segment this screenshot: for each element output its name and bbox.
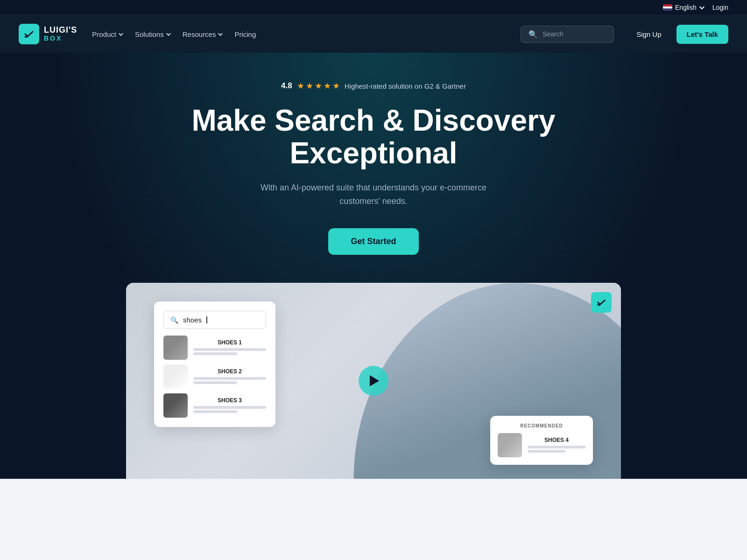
rec-bar-2	[528, 450, 565, 453]
result-bar-1b	[193, 352, 237, 355]
login-link[interactable]: Login	[712, 4, 728, 11]
nav-resources[interactable]: Resources	[183, 27, 222, 42]
rating-bar: 4.8 ★ ★ ★ ★ ★ Highest-rated solution on …	[281, 81, 466, 91]
rating-label: Highest-rated solution on G2 & Gartner	[345, 82, 466, 90]
nav-pricing[interactable]: Pricing	[234, 27, 256, 42]
logo[interactable]: LUIGI'S BOX	[19, 24, 77, 44]
result-info-3: SHOES 3	[193, 397, 266, 414]
rating-number: 4.8	[281, 81, 292, 91]
navbar: LUIGI'S BOX Product Solutions Resources …	[0, 15, 747, 53]
language-selector[interactable]: English	[663, 4, 703, 11]
result-bar-2	[193, 377, 266, 380]
search-ui-overlay: 🔍 shoes SHOES 1	[154, 301, 275, 427]
star-4: ★	[324, 81, 331, 91]
sign-up-button[interactable]: Sign Up	[629, 27, 669, 42]
demo-section: 🔍 shoes SHOES 1	[126, 283, 621, 479]
hero-subtitle: With an AI-powered suite that understand…	[252, 181, 495, 208]
recommended-thumbnail	[498, 433, 522, 457]
star-3: ★	[315, 81, 322, 91]
play-icon	[370, 375, 379, 386]
logo-box: BOX	[44, 35, 77, 42]
logo-luigi: LUIGI'S	[44, 26, 77, 35]
search-icon: 🔍	[170, 316, 178, 324]
demo-results: SHOES 1 SHOES 2	[163, 336, 266, 418]
chevron-down-icon	[166, 31, 171, 36]
recommended-label: RECOMMENDED	[498, 423, 585, 428]
chevron-down-icon	[119, 31, 123, 36]
chevron-down-icon	[218, 31, 223, 36]
hero-title: Make Search & Discovery Exceptional	[191, 104, 555, 170]
demo-search-text: shoes	[183, 316, 202, 324]
result-info-2: SHOES 2	[193, 368, 266, 385]
result-item-2: SHOES 2	[163, 364, 266, 389]
star-5: ★	[332, 81, 340, 91]
cursor	[206, 316, 207, 323]
shoe-thumbnail-3	[163, 393, 188, 418]
result-bar-3b	[193, 410, 237, 413]
rec-bar-1	[528, 446, 585, 448]
demo-search-input: 🔍 shoes	[163, 311, 266, 329]
result-name-2: SHOES 2	[193, 368, 266, 375]
result-item-3: SHOES 3	[163, 393, 266, 418]
nav-links: Product Solutions Resources Pricing	[92, 27, 506, 42]
star-rating: ★ ★ ★ ★ ★	[297, 81, 340, 91]
result-name-3: SHOES 3	[193, 397, 266, 404]
play-button[interactable]	[359, 366, 388, 396]
chevron-down-icon	[699, 4, 704, 9]
luigi-box-overlay-icon	[591, 292, 612, 313]
demo-image: 🔍 shoes SHOES 1	[126, 283, 621, 479]
result-bar-2b	[193, 381, 237, 384]
lets-talk-button[interactable]: Let's Talk	[677, 25, 728, 44]
nav-product[interactable]: Product	[92, 27, 122, 42]
shoe-thumbnail-2	[163, 364, 188, 389]
result-item-1: SHOES 1	[163, 336, 266, 360]
star-1: ★	[297, 81, 304, 91]
recommended-card: RECOMMENDED SHOES 4	[490, 416, 593, 465]
nav-right: Sign Up Let's Talk	[629, 25, 728, 44]
result-info-1: SHOES 1	[193, 339, 266, 357]
recommended-item: SHOES 4	[498, 433, 585, 457]
logo-icon	[19, 24, 39, 44]
get-started-button[interactable]: Get Started	[328, 228, 418, 255]
recommended-info: SHOES 4	[528, 437, 585, 454]
search-bar[interactable]: 🔍 Search	[521, 26, 614, 43]
result-name-1: SHOES 1	[193, 339, 266, 346]
hero-section: 4.8 ★ ★ ★ ★ ★ Highest-rated solution on …	[0, 53, 747, 479]
star-2: ★	[306, 81, 313, 91]
flag-icon	[663, 4, 672, 11]
logo-text: LUIGI'S BOX	[44, 26, 77, 42]
bottom-section	[0, 479, 747, 560]
search-icon: 🔍	[529, 30, 538, 39]
shoe-thumbnail-1	[163, 336, 188, 360]
nav-solutions[interactable]: Solutions	[135, 27, 169, 42]
top-bar: English Login	[0, 0, 747, 15]
result-bar-3	[193, 406, 266, 409]
language-label: English	[675, 4, 697, 11]
recommended-name: SHOES 4	[528, 437, 585, 443]
result-bar-1	[193, 348, 266, 351]
search-placeholder: Search	[543, 30, 563, 38]
